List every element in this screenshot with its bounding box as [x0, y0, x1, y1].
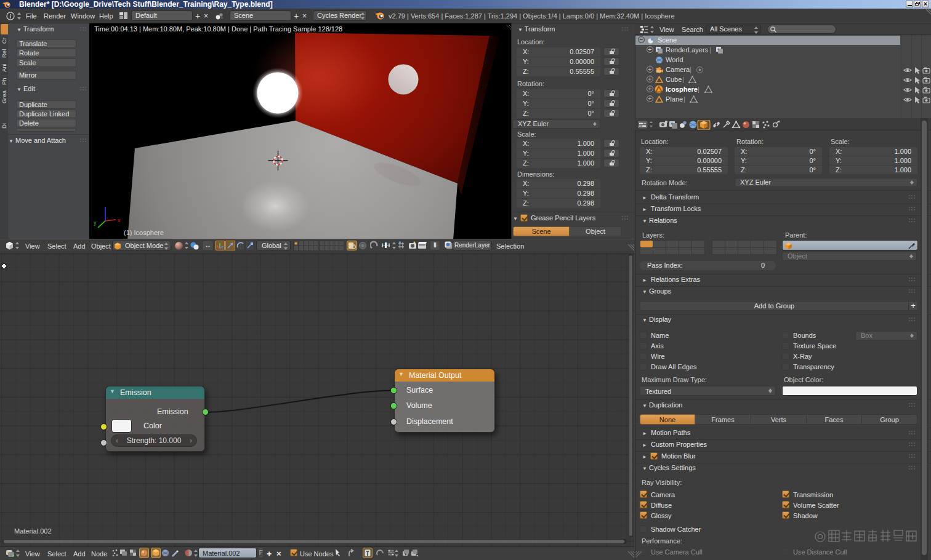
svg-text:x: x: [118, 217, 121, 223]
svg-text:i: i: [10, 14, 12, 20]
svg-text:Time:00:04.13 | Mem:10.80M, Pe: Time:00:04.13 | Mem:10.80M, Peak:10.80M …: [94, 25, 342, 33]
svg-text:(1) Icosphere: (1) Icosphere: [124, 229, 164, 236]
svg-text:y: y: [94, 220, 97, 226]
